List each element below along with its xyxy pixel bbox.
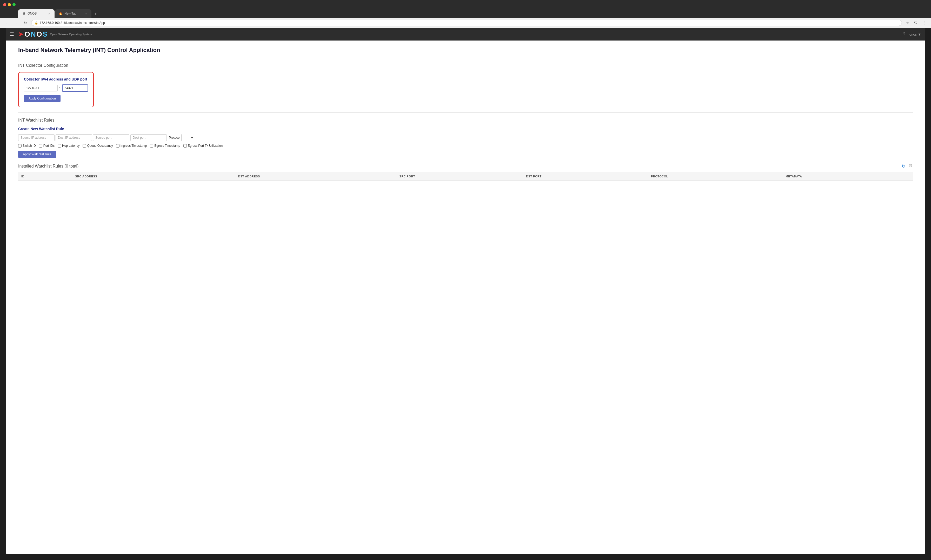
tab-onos-label: ONOS <box>28 12 37 15</box>
onos-navbar: ☰ ➤ ONOS Open Network Operating System ?… <box>6 28 925 40</box>
queue-occupancy-checkbox[interactable] <box>83 144 86 148</box>
ingress-timestamp-label: Ingress Timestamp <box>120 144 147 148</box>
apply-config-button[interactable]: Apply Configuration <box>24 95 60 102</box>
dst-port-input[interactable] <box>131 134 167 141</box>
collector-ip-input[interactable] <box>24 85 58 91</box>
maximize-button[interactable] <box>12 3 15 6</box>
src-ip-input[interactable] <box>18 134 55 141</box>
browser-actions: ☆ 🛡 ⋮ <box>904 19 928 26</box>
security-icon: 🔒 <box>35 21 38 25</box>
ip-port-row: : <box>24 85 88 92</box>
tab-onos-close[interactable]: ✕ <box>47 12 51 15</box>
col-metadata: METADATA <box>782 172 913 181</box>
installed-rules-header: Installed Watchlist Rules (0 total) ↻ <box>18 163 913 169</box>
checkbox-hop-latency[interactable]: Hop Latency <box>58 144 80 148</box>
queue-occupancy-label: Queue Occupancy <box>87 144 113 148</box>
egress-port-tx-checkbox[interactable] <box>183 144 187 148</box>
tab-new-tab-label: New Tab <box>65 12 76 15</box>
onos-logo: ➤ ONOS Open Network Operating System <box>18 30 92 38</box>
user-dropdown-icon: ▼ <box>918 32 921 36</box>
close-button[interactable] <box>3 3 6 6</box>
checkbox-queue-occupancy[interactable]: Queue Occupancy <box>83 144 113 148</box>
browser-chrome: 🖥 ONOS ✕ 🔥 New Tab ✕ + ← → ↻ 🔒 172.168.0… <box>0 0 931 28</box>
hop-latency-label: Hop Latency <box>62 144 80 148</box>
checkbox-egress-timestamp[interactable]: Egress Timestamp <box>150 144 180 148</box>
col-protocol: PROTOCOL <box>648 172 782 181</box>
table-header: ID SRC ADDRESS DST ADDRESS SRC PORT DST … <box>18 172 913 181</box>
delete-icon[interactable] <box>908 163 913 169</box>
help-button[interactable]: ? <box>903 32 905 37</box>
tabs-bar: 🖥 ONOS ✕ 🔥 New Tab ✕ + <box>0 9 931 18</box>
egress-port-tx-label: Egress Port Tx Utilization <box>188 144 223 148</box>
switch-id-checkbox[interactable] <box>18 144 22 148</box>
collector-port-input[interactable] <box>62 85 88 92</box>
divider-2 <box>18 112 913 113</box>
col-src-port: SRC PORT <box>396 172 523 181</box>
bookmark-button[interactable]: ☆ <box>904 19 911 26</box>
title-bar <box>0 0 931 9</box>
collector-config-box: Collector IPv4 address and UDP port : Ap… <box>18 72 94 107</box>
tab-new-tab[interactable]: 🔥 New Tab ✕ <box>55 9 91 18</box>
checkbox-egress-port-tx[interactable]: Egress Port Tx Utilization <box>183 144 223 148</box>
collector-section-title: INT Collector Configuration <box>18 63 913 68</box>
minimize-button[interactable] <box>8 3 11 6</box>
protocol-label: Protocol <box>169 136 180 140</box>
switch-id-label: Switch ID <box>23 144 36 148</box>
shield-button[interactable]: 🛡 <box>912 19 920 26</box>
watchlist-section-title: INT Watchlist Rules <box>18 118 913 123</box>
rule-inputs-row: Protocol TCP UDP <box>18 134 913 141</box>
col-id: ID <box>18 172 72 181</box>
new-tab-icon: 🔥 <box>59 12 62 15</box>
colon-separator: : <box>59 86 60 90</box>
refresh-icon[interactable]: ↻ <box>902 163 906 169</box>
installed-rules-count: (0 total) <box>65 164 78 168</box>
app-window: ☰ ➤ ONOS Open Network Operating System ?… <box>6 28 925 554</box>
checkbox-switch-id[interactable]: Switch ID <box>18 144 36 148</box>
src-port-input[interactable] <box>93 134 129 141</box>
onos-bird-icon: ➤ <box>18 31 23 38</box>
create-rule-title: Create New Watchlist Rule <box>18 127 913 131</box>
page-title: In-band Network Telemetry (INT) Control … <box>18 47 913 54</box>
metadata-checkboxes-row: Switch ID Port IDs Hop Latency Queue Occ… <box>18 144 913 148</box>
port-ids-label: Port IDs <box>43 144 55 148</box>
checkbox-ingress-timestamp[interactable]: Ingress Timestamp <box>116 144 147 148</box>
forward-button[interactable]: → <box>12 19 20 26</box>
checkbox-port-ids[interactable]: Port IDs <box>39 144 55 148</box>
port-ids-checkbox[interactable] <box>39 144 42 148</box>
back-button[interactable]: ← <box>3 19 11 26</box>
table-actions: ↻ <box>902 163 913 169</box>
watchlist-rules-table: ID SRC ADDRESS DST ADDRESS SRC PORT DST … <box>18 172 913 181</box>
hamburger-menu[interactable]: ☰ <box>10 31 14 37</box>
col-dst-address: DST ADDRESS <box>235 172 396 181</box>
ingress-timestamp-checkbox[interactable] <box>116 144 120 148</box>
traffic-lights <box>3 3 15 6</box>
dst-ip-input[interactable] <box>55 134 92 141</box>
onos-tab-icon: 🖥 <box>22 12 25 15</box>
apply-watchlist-button[interactable]: Apply Watchlist Rule <box>18 151 56 158</box>
user-label: onos <box>909 32 917 36</box>
url-bar[interactable]: 🔒 172.168.0.100:8181/onos/ui/index.html#… <box>31 20 902 26</box>
hop-latency-checkbox[interactable] <box>58 144 61 148</box>
reload-button[interactable]: ↻ <box>22 19 29 26</box>
url-text: 172.168.0.100:8181/onos/ui/index.html#/i… <box>40 21 899 25</box>
egress-timestamp-label: Egress Timestamp <box>154 144 180 148</box>
menu-button[interactable]: ⋮ <box>920 19 928 26</box>
col-dst-port: DST PORT <box>523 172 648 181</box>
egress-timestamp-checkbox[interactable] <box>150 144 153 148</box>
onos-tagline: Open Network Operating System <box>50 33 92 36</box>
onos-logo-text: ONOS <box>25 30 48 38</box>
collector-box-title: Collector IPv4 address and UDP port <box>24 77 88 81</box>
tab-new-tab-close[interactable]: ✕ <box>84 12 88 15</box>
tab-onos[interactable]: 🖥 ONOS ✕ <box>18 9 55 18</box>
user-menu[interactable]: onos ▼ <box>909 32 921 36</box>
protocol-select[interactable]: TCP UDP <box>181 134 194 141</box>
page-content: In-band Network Telemetry (INT) Control … <box>6 40 925 187</box>
col-src-address: SRC ADDRESS <box>72 172 235 181</box>
new-tab-button[interactable]: + <box>92 11 99 18</box>
installed-rules-title: Installed Watchlist Rules (0 total) <box>18 164 78 169</box>
address-bar: ← → ↻ 🔒 172.168.0.100:8181/onos/ui/index… <box>0 18 931 28</box>
